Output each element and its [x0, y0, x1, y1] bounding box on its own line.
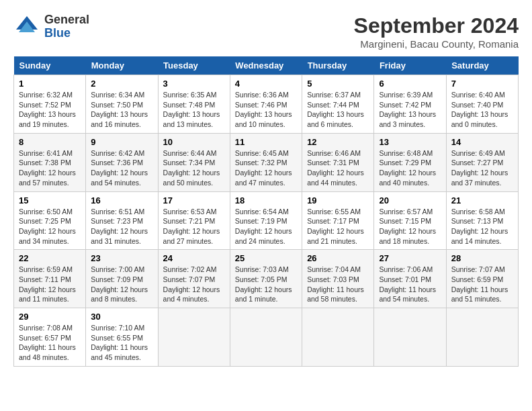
- calendar-cell: [158, 308, 230, 367]
- day-info: Sunrise: 6:36 AMSunset: 7:46 PMDaylight:…: [235, 90, 297, 130]
- calendar-table: SundayMondayTuesdayWednesdayThursdayFrid…: [13, 56, 519, 367]
- day-info: Sunrise: 6:44 AMSunset: 7:34 PMDaylight:…: [163, 148, 225, 188]
- calendar-cell: 25Sunrise: 7:03 AMSunset: 7:05 PMDayligh…: [230, 250, 302, 308]
- day-number: 5: [307, 79, 369, 89]
- day-info: Sunrise: 6:59 AMSunset: 7:11 PMDaylight:…: [19, 265, 81, 304]
- page-header: General Blue September 2024 Margineni, B…: [13, 13, 519, 50]
- day-number: 10: [163, 137, 225, 147]
- calendar-week-row: 1Sunrise: 6:32 AMSunset: 7:52 PMDaylight…: [14, 75, 519, 134]
- day-number: 7: [451, 79, 513, 89]
- calendar-cell: 30Sunrise: 7:10 AMSunset: 6:55 PMDayligh…: [86, 308, 158, 367]
- day-info: Sunrise: 6:42 AMSunset: 7:36 PMDaylight:…: [91, 148, 152, 188]
- calendar-cell: 27Sunrise: 7:06 AMSunset: 7:01 PMDayligh…: [374, 250, 446, 308]
- logo-text: General Blue: [44, 13, 89, 40]
- day-number: 21: [451, 195, 513, 205]
- day-number: 16: [91, 195, 152, 205]
- day-info: Sunrise: 6:51 AMSunset: 7:23 PMDaylight:…: [91, 207, 152, 246]
- calendar-cell: 15Sunrise: 6:50 AMSunset: 7:25 PMDayligh…: [14, 191, 86, 250]
- calendar-cell: 5Sunrise: 6:37 AMSunset: 7:44 PMDaylight…: [302, 75, 374, 134]
- day-number: 15: [19, 195, 81, 205]
- day-info: Sunrise: 6:50 AMSunset: 7:25 PMDaylight:…: [19, 207, 81, 246]
- calendar-cell: 24Sunrise: 7:02 AMSunset: 7:07 PMDayligh…: [158, 250, 230, 308]
- day-number: 19: [307, 195, 369, 205]
- calendar-cell: 28Sunrise: 7:07 AMSunset: 6:59 PMDayligh…: [446, 250, 518, 308]
- day-info: Sunrise: 6:55 AMSunset: 7:17 PMDaylight:…: [307, 207, 369, 246]
- calendar-cell: 17Sunrise: 6:53 AMSunset: 7:21 PMDayligh…: [158, 191, 230, 250]
- day-info: Sunrise: 6:39 AMSunset: 7:42 PMDaylight:…: [379, 90, 441, 130]
- calendar-cell: 9Sunrise: 6:42 AMSunset: 7:36 PMDaylight…: [86, 133, 158, 191]
- day-info: Sunrise: 6:54 AMSunset: 7:19 PMDaylight:…: [235, 207, 297, 246]
- logo-icon: [13, 13, 40, 40]
- day-number: 25: [235, 253, 297, 263]
- calendar-cell: 6Sunrise: 6:39 AMSunset: 7:42 PMDaylight…: [374, 75, 446, 134]
- day-number: 8: [19, 137, 81, 147]
- day-info: Sunrise: 6:37 AMSunset: 7:44 PMDaylight:…: [307, 90, 369, 130]
- calendar-week-row: 8Sunrise: 6:41 AMSunset: 7:38 PMDaylight…: [14, 133, 519, 191]
- calendar-cell: 11Sunrise: 6:45 AMSunset: 7:32 PMDayligh…: [230, 133, 302, 191]
- day-info: Sunrise: 7:08 AMSunset: 6:57 PMDaylight:…: [19, 323, 81, 363]
- day-info: Sunrise: 6:41 AMSunset: 7:38 PMDaylight:…: [19, 148, 81, 188]
- day-info: Sunrise: 6:49 AMSunset: 7:27 PMDaylight:…: [451, 148, 513, 188]
- day-number: 2: [91, 79, 152, 89]
- logo: General Blue: [13, 13, 89, 40]
- calendar-cell: 2Sunrise: 6:34 AMSunset: 7:50 PMDaylight…: [86, 75, 158, 134]
- day-of-week-header: Monday: [86, 56, 158, 75]
- day-number: 12: [307, 137, 369, 147]
- header-row: SundayMondayTuesdayWednesdayThursdayFrid…: [14, 56, 519, 75]
- day-info: Sunrise: 6:32 AMSunset: 7:52 PMDaylight:…: [19, 90, 81, 130]
- day-number: 29: [19, 312, 81, 322]
- day-number: 27: [379, 253, 441, 263]
- day-number: 3: [163, 79, 225, 89]
- day-number: 13: [379, 137, 441, 147]
- day-info: Sunrise: 6:58 AMSunset: 7:13 PMDaylight:…: [451, 207, 513, 246]
- calendar-cell: 26Sunrise: 7:04 AMSunset: 7:03 PMDayligh…: [302, 250, 374, 308]
- calendar-cell: 19Sunrise: 6:55 AMSunset: 7:17 PMDayligh…: [302, 191, 374, 250]
- calendar-cell: 4Sunrise: 6:36 AMSunset: 7:46 PMDaylight…: [230, 75, 302, 134]
- day-info: Sunrise: 6:40 AMSunset: 7:40 PMDaylight:…: [451, 90, 513, 130]
- day-number: 22: [19, 253, 81, 263]
- day-number: 11: [235, 137, 297, 147]
- calendar-cell: 14Sunrise: 6:49 AMSunset: 7:27 PMDayligh…: [446, 133, 518, 191]
- day-of-week-header: Tuesday: [158, 56, 230, 75]
- day-info: Sunrise: 6:53 AMSunset: 7:21 PMDaylight:…: [163, 207, 225, 246]
- day-number: 30: [91, 312, 152, 322]
- location-subtitle: Margineni, Bacau County, Romania: [354, 38, 519, 50]
- calendar-cell: 16Sunrise: 6:51 AMSunset: 7:23 PMDayligh…: [86, 191, 158, 250]
- day-info: Sunrise: 6:46 AMSunset: 7:31 PMDaylight:…: [307, 148, 369, 188]
- day-number: 4: [235, 79, 297, 89]
- calendar-cell: 10Sunrise: 6:44 AMSunset: 7:34 PMDayligh…: [158, 133, 230, 191]
- calendar-week-row: 29Sunrise: 7:08 AMSunset: 6:57 PMDayligh…: [14, 308, 519, 367]
- day-info: Sunrise: 6:35 AMSunset: 7:48 PMDaylight:…: [163, 90, 225, 130]
- calendar-cell: 13Sunrise: 6:48 AMSunset: 7:29 PMDayligh…: [374, 133, 446, 191]
- day-number: 26: [307, 253, 369, 263]
- day-of-week-header: Wednesday: [230, 56, 302, 75]
- day-number: 9: [91, 137, 152, 147]
- calendar-cell: [230, 308, 302, 367]
- day-of-week-header: Thursday: [302, 56, 374, 75]
- title-block: September 2024 Margineni, Bacau County, …: [354, 13, 519, 50]
- day-info: Sunrise: 6:34 AMSunset: 7:50 PMDaylight:…: [91, 90, 152, 130]
- calendar-cell: [446, 308, 518, 367]
- day-of-week-header: Saturday: [446, 56, 518, 75]
- day-info: Sunrise: 7:03 AMSunset: 7:05 PMDaylight:…: [235, 265, 297, 304]
- day-number: 28: [451, 253, 513, 263]
- day-info: Sunrise: 6:57 AMSunset: 7:15 PMDaylight:…: [379, 207, 441, 246]
- calendar-cell: 7Sunrise: 6:40 AMSunset: 7:40 PMDaylight…: [446, 75, 518, 134]
- calendar-title: September 2024: [354, 13, 519, 38]
- day-info: Sunrise: 6:48 AMSunset: 7:29 PMDaylight:…: [379, 148, 441, 188]
- calendar-cell: [302, 308, 374, 367]
- day-number: 24: [163, 253, 225, 263]
- calendar-cell: 18Sunrise: 6:54 AMSunset: 7:19 PMDayligh…: [230, 191, 302, 250]
- day-info: Sunrise: 7:02 AMSunset: 7:07 PMDaylight:…: [163, 265, 225, 304]
- day-number: 20: [379, 195, 441, 205]
- calendar-cell: 29Sunrise: 7:08 AMSunset: 6:57 PMDayligh…: [14, 308, 86, 367]
- day-number: 17: [163, 195, 225, 205]
- day-of-week-header: Sunday: [14, 56, 86, 75]
- day-info: Sunrise: 7:06 AMSunset: 7:01 PMDaylight:…: [379, 265, 441, 304]
- calendar-cell: [374, 308, 446, 367]
- calendar-cell: 12Sunrise: 6:46 AMSunset: 7:31 PMDayligh…: [302, 133, 374, 191]
- day-info: Sunrise: 7:07 AMSunset: 6:59 PMDaylight:…: [451, 265, 513, 304]
- day-number: 14: [451, 137, 513, 147]
- day-number: 1: [19, 79, 81, 89]
- day-info: Sunrise: 7:10 AMSunset: 6:55 PMDaylight:…: [91, 323, 152, 363]
